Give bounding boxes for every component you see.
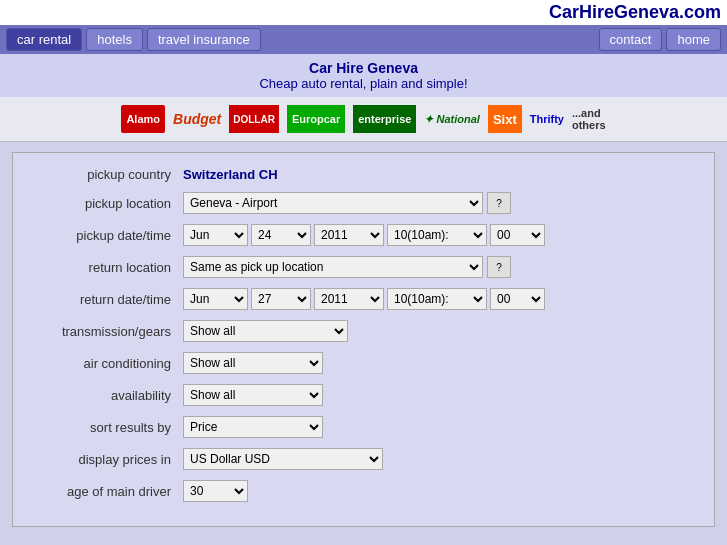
pickup-country-row: pickup country Switzerland CH [23,167,704,182]
pickup-month-select[interactable]: Jun [183,224,248,246]
return-datetime-label: return date/time [23,292,183,307]
display-prices-label: display prices in [23,452,183,467]
aircon-select[interactable]: Show all [183,352,323,374]
pickup-country-value: Switzerland CH [183,167,278,182]
brand-budget: Budget [173,105,221,133]
nav-right: contact home [599,28,721,51]
return-location-info-button[interactable]: ? [487,256,511,278]
transmission-select[interactable]: Show all [183,320,348,342]
brand-enterprise: enterprise [353,105,416,133]
return-day-select[interactable]: 27 [251,288,311,310]
display-prices-select[interactable]: US Dollar USD [183,448,383,470]
pickup-country-label: pickup country [23,167,183,182]
brand-sixt: Sixt [488,105,522,133]
nav-hotels[interactable]: hotels [86,28,143,51]
transmission-label: transmission/gears [23,324,183,339]
brand-europcar: Europcar [287,105,345,133]
brand-alamo: Alamo [121,105,165,133]
nav-left: car rental hotels travel insurance [6,28,261,51]
pickup-year-select[interactable]: 2011 [314,224,384,246]
return-month-select[interactable]: Jun [183,288,248,310]
header-section: Car Hire Geneva Cheap auto rental, plain… [0,54,727,97]
aircon-label: air conditioning [23,356,183,371]
pickup-time-select[interactable]: 10(10am): [387,224,487,246]
return-location-select[interactable]: Same as pick up location [183,256,483,278]
sort-label: sort results by [23,420,183,435]
pickup-location-info-button[interactable]: ? [487,192,511,214]
age-select[interactable]: 30 [183,480,248,502]
pickup-location-row: pickup location Geneva - Airport ? [23,192,704,214]
nav-contact[interactable]: contact [599,28,663,51]
sort-select[interactable]: Price [183,416,323,438]
brand-thrifty: Thrifty [530,105,564,133]
pickup-day-select[interactable]: 24 [251,224,311,246]
nav-travel-insurance[interactable]: travel insurance [147,28,261,51]
transmission-row: transmission/gears Show all [23,320,704,342]
nav-bar: car rental hotels travel insurance conta… [0,25,727,54]
availability-row: availability Show all [23,384,704,406]
brand-dollar: DOLLAR [229,105,279,133]
pickup-location-label: pickup location [23,196,183,211]
aircon-row: air conditioning Show all [23,352,704,374]
return-year-select[interactable]: 2011 [314,288,384,310]
availability-select[interactable]: Show all [183,384,323,406]
nav-car-rental[interactable]: car rental [6,28,82,51]
nav-home[interactable]: home [666,28,721,51]
pickup-date-group: Jun 24 2011 10(10am): 00 [183,224,545,246]
age-row: age of main driver 30 [23,480,704,502]
display-prices-row: display prices in US Dollar USD [23,448,704,470]
site-title: CarHireGeneva.com [549,2,721,23]
main-form: pickup country Switzerland CH pickup loc… [12,152,715,527]
return-date-group: Jun 27 2011 10(10am): 00 [183,288,545,310]
age-label: age of main driver [23,484,183,499]
pickup-min-select[interactable]: 00 [490,224,545,246]
return-location-row: return location Same as pick up location… [23,256,704,278]
sort-row: sort results by Price [23,416,704,438]
brand-others: ...andothers [572,105,606,133]
pickup-datetime-label: pickup date/time [23,228,183,243]
return-min-select[interactable]: 00 [490,288,545,310]
pickup-location-select[interactable]: Geneva - Airport [183,192,483,214]
pickup-datetime-row: pickup date/time Jun 24 2011 10(10am): 0… [23,224,704,246]
brands-bar: Alamo Budget DOLLAR Europcar enterprise … [0,97,727,142]
return-location-label: return location [23,260,183,275]
availability-label: availability [23,388,183,403]
brand-national: ✦ National [424,105,479,133]
return-datetime-row: return date/time Jun 27 2011 10(10am): 0… [23,288,704,310]
top-bar: CarHireGeneva.com [0,0,727,25]
return-time-select[interactable]: 10(10am): [387,288,487,310]
header-title: Car Hire Geneva [0,60,727,76]
header-subtitle: Cheap auto rental, plain and simple! [0,76,727,91]
